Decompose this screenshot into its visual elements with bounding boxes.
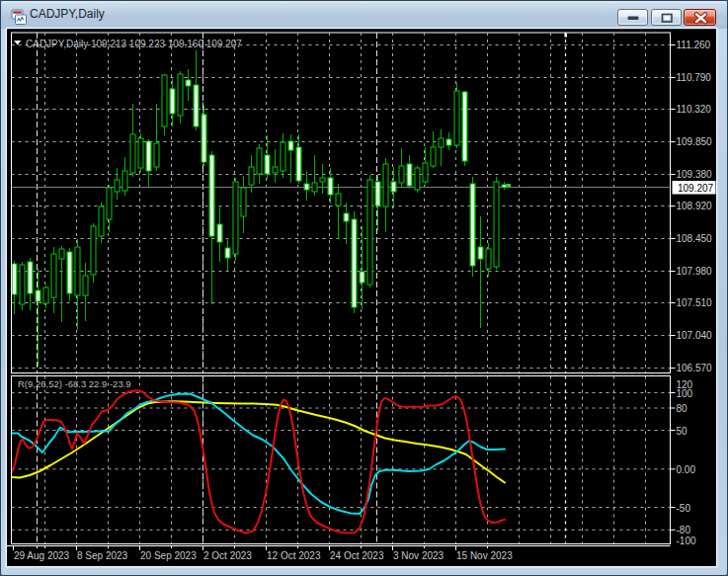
svg-text:110.790: 110.790 <box>677 72 712 83</box>
svg-text:50: 50 <box>677 426 688 437</box>
svg-text:108.920: 108.920 <box>677 201 713 211</box>
svg-text:R(9,26,52) -68.3 22.9 -23.9: R(9,26,52) -68.3 22.9 -23.9 <box>18 378 131 389</box>
svg-text:100: 100 <box>677 388 693 399</box>
svg-text:29 Aug 2023: 29 Aug 2023 <box>14 550 70 561</box>
svg-text:CADJPY,Daily 109.213 109.223: CADJPY,Daily 109.213 109.223 109.160 109… <box>26 39 242 49</box>
svg-text:109.850: 109.850 <box>677 136 713 147</box>
svg-text:109.207: 109.207 <box>678 183 714 194</box>
svg-text:8 Sep 2023: 8 Sep 2023 <box>77 550 128 561</box>
svg-text:108.450: 108.450 <box>677 233 713 244</box>
svg-text:107.040: 107.040 <box>677 330 713 341</box>
svg-text:109.380: 109.380 <box>677 169 713 180</box>
svg-text:2 Oct 2023: 2 Oct 2023 <box>203 550 252 561</box>
svg-text:107.510: 107.510 <box>677 297 713 308</box>
svg-text:12 Oct 2023: 12 Oct 2023 <box>267 550 321 561</box>
svg-text:80: 80 <box>677 403 688 414</box>
svg-text:24 Oct 2023: 24 Oct 2023 <box>330 550 384 561</box>
svg-text:111.260: 111.260 <box>677 40 711 50</box>
svg-text:106.570: 106.570 <box>677 363 713 373</box>
svg-text:-50: -50 <box>677 503 691 514</box>
svg-text:20 Sep 2023: 20 Sep 2023 <box>140 550 197 561</box>
svg-text:-100: -100 <box>677 535 696 546</box>
svg-text:3 Nov 2023: 3 Nov 2023 <box>393 550 445 561</box>
svg-text:15 Nov 2023: 15 Nov 2023 <box>456 550 513 561</box>
svg-text:107.980: 107.980 <box>677 266 713 277</box>
svg-text:110.320: 110.320 <box>677 104 712 115</box>
svg-text:0.00: 0.00 <box>677 464 696 475</box>
